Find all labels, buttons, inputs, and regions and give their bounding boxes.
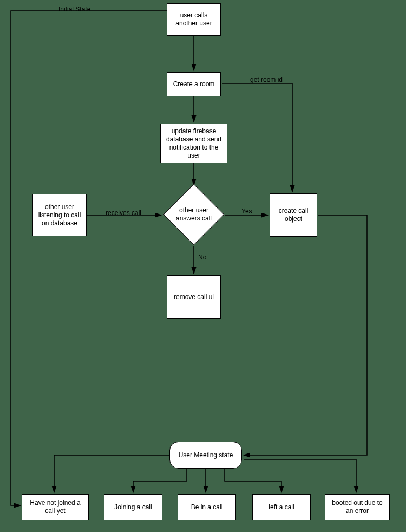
state-in-call-label: Be in a call (191, 503, 223, 511)
state-joining: Joining a call (104, 494, 162, 520)
node-create-call-object-label: create call object (273, 207, 313, 223)
node-decision-answers-call-label: other user answers call (173, 206, 215, 223)
state-joining-label: Joining a call (114, 503, 152, 511)
state-booted-error-label: booted out due to an error (329, 499, 386, 515)
node-user-calls: user calls another user (167, 3, 221, 36)
node-other-user-listening-label: other user listening to call on database (36, 203, 83, 228)
edge-label-receives-call: receives call (106, 209, 141, 217)
node-user-meeting-state: User Meeting state (169, 442, 242, 469)
node-update-firebase-label: update firebase database and send notifi… (164, 127, 224, 160)
edge-label-yes: Yes (241, 207, 252, 215)
node-update-firebase: update firebase database and send notifi… (160, 124, 227, 163)
node-remove-call-ui-label: remove call ui (174, 293, 214, 301)
node-user-calls-label: user calls another user (171, 11, 217, 28)
state-left-call: left a call (252, 494, 311, 520)
state-booted-error: booted out due to an error (325, 494, 390, 520)
node-decision-answers-call: other user answers call (163, 184, 224, 245)
flowchart-canvas: user calls another user Create a room up… (0, 0, 406, 532)
state-left-call-label: left a call (269, 503, 294, 511)
node-remove-call-ui: remove call ui (167, 275, 221, 319)
node-create-room-label: Create a room (173, 80, 215, 88)
node-create-call-object: create call object (270, 193, 317, 237)
state-not-joined-label: Have not joined a call yet (25, 499, 85, 515)
edge-label-no: No (198, 254, 206, 261)
edge-label-initial-state: Initial State (58, 5, 90, 13)
node-user-meeting-state-label: User Meeting state (179, 451, 233, 459)
node-create-room: Create a room (167, 72, 221, 96)
state-in-call: Be in a call (178, 494, 236, 520)
state-not-joined: Have not joined a call yet (22, 494, 89, 520)
edge-label-get-room-id: get room id (250, 76, 283, 83)
node-other-user-listening: other user listening to call on database (32, 194, 87, 236)
